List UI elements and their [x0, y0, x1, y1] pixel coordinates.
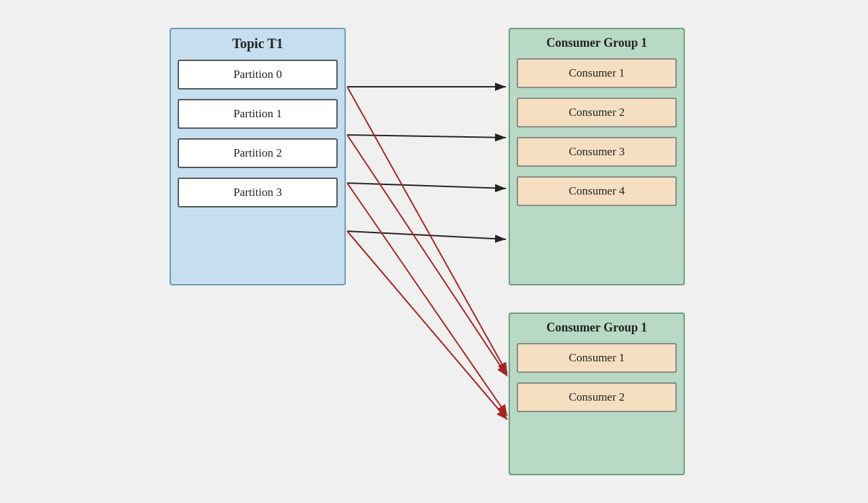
consumer-top-2: Consumer 2	[517, 98, 677, 127]
arrow-p1-c2	[347, 135, 506, 138]
consumer-top-3: Consumer 3	[517, 137, 677, 167]
consumer-top-1: Consumer 1	[517, 58, 677, 88]
topic-box: Topic T1 Partition 0 Partition 1 Partiti…	[170, 28, 346, 285]
arrow-red-p2-bc2	[347, 183, 507, 416]
arrow-p3-c4	[347, 231, 506, 239]
partition-1: Partition 1	[178, 99, 338, 129]
partition-2: Partition 2	[178, 138, 338, 168]
diagram-container: Topic T1 Partition 0 Partition 1 Partiti…	[129, 14, 739, 489]
arrow-red-p0-bc1	[347, 87, 507, 374]
consumer-top-4: Consumer 4	[517, 176, 677, 206]
arrow-red-p1-bc1	[347, 135, 507, 376]
consumer-group-bottom-title: Consumer Group 1	[517, 321, 677, 335]
arrow-p2-c3	[347, 183, 506, 188]
topic-title: Topic T1	[178, 36, 338, 52]
consumer-bottom-2: Consumer 2	[517, 382, 677, 412]
consumer-group-top: Consumer Group 1 Consumer 1 Consumer 2 C…	[509, 28, 685, 285]
arrow-red-p3-bc2	[347, 231, 507, 420]
consumer-bottom-1: Consumer 1	[517, 343, 677, 373]
partition-0: Partition 0	[178, 60, 338, 89]
partition-3: Partition 3	[178, 178, 338, 207]
consumer-group-bottom: Consumer Group 1 Consumer 1 Consumer 2	[509, 313, 685, 475]
consumer-group-top-title: Consumer Group 1	[517, 36, 677, 50]
